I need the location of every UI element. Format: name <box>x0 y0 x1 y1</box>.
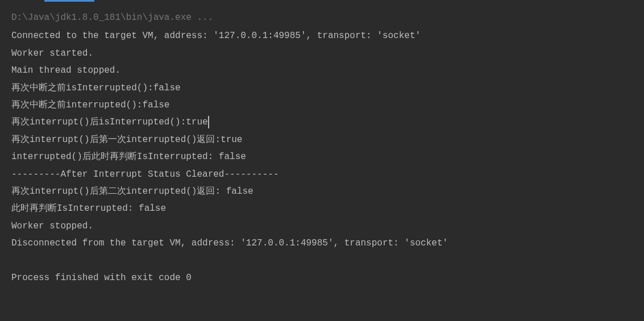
output-line: Worker started. <box>11 45 633 62</box>
console-output[interactable]: D:\Java\jdk1.8.0_181\bin\java.exe ... Co… <box>0 0 644 286</box>
output-line: 再次中断之前isInterrupted():false <box>11 80 633 97</box>
output-line-with-cursor: 再次interrupt()后isInterrupted():true <box>11 114 208 131</box>
output-text: 再次interrupt()后isInterrupted():true <box>11 117 208 127</box>
output-line: Process finished with exit code 0 <box>11 269 633 286</box>
output-line: ---------After Interrupt Status Cleared-… <box>11 166 633 183</box>
output-line: 此时再判断IsInterrupted: false <box>11 200 633 217</box>
text-cursor <box>208 116 209 128</box>
output-line: Disconnected from the target VM, address… <box>11 235 633 252</box>
active-tab-indicator <box>44 0 94 2</box>
output-line: Connected to the target VM, address: '12… <box>11 27 633 44</box>
output-line: interrupted()后此时再判断IsInterrupted: false <box>11 148 633 165</box>
output-line: Worker stopped. <box>11 218 633 235</box>
output-line: 再次interrupt()后第一次interrupted()返回:true <box>11 131 633 148</box>
output-line: 再次中断之前interrupted():false <box>11 97 633 114</box>
output-line: 再次interrupt()后第二次interrupted()返回: false <box>11 183 633 200</box>
command-line: D:\Java\jdk1.8.0_181\bin\java.exe ... <box>11 9 633 26</box>
output-line-empty <box>11 252 633 269</box>
output-line: Main thread stopped. <box>11 62 633 79</box>
